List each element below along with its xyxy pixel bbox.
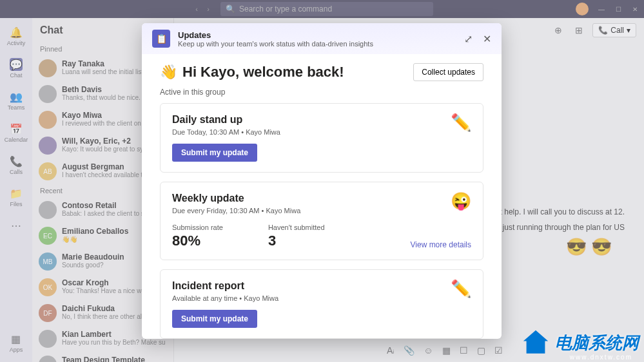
card-meta: Due Today, 10:30 AM • Kayo Miwa — [172, 128, 471, 136]
chat-name: Emiliano Ceballos — [62, 227, 128, 236]
chat-preview: Thanks, that would be nice. — [62, 94, 141, 101]
modal-subtitle: Keep up with your team's work status wit… — [178, 40, 456, 48]
reaction-emoji: 😎 😎 — [566, 237, 612, 257]
avatar: MB — [39, 252, 57, 271]
rail-item-chat[interactable]: 💬Chat — [10, 58, 23, 79]
nav-forward-icon[interactable]: › — [204, 5, 213, 14]
compose-toolbar: Aᵢ 📎 ☺ ▦ ☐ ▢ ☑ — [387, 345, 503, 356]
chat-preview: 👋👋 — [62, 236, 128, 243]
card-title: Incident report — [172, 280, 471, 292]
chat-icon: 💬 — [10, 58, 23, 71]
calendar-icon: 📅 — [10, 122, 23, 135]
message-text: m just running through the plan for US — [494, 223, 625, 232]
expand-icon[interactable]: ⤢ — [464, 33, 473, 45]
close-icon[interactable]: ✕ — [483, 33, 491, 45]
card-title: Weekly update — [172, 193, 471, 204]
search-input[interactable]: 🔍 Search or type a command — [220, 2, 433, 16]
gif-icon[interactable]: ▦ — [442, 345, 451, 356]
tab-icon[interactable]: ⊕ — [551, 23, 565, 37]
more-icon[interactable]: ☑ — [494, 345, 503, 356]
nav-back-icon[interactable]: ‹ — [192, 5, 201, 14]
app-rail: 🔔Activity💬Chat👥Teams📅Calendar📞Calls📁File… — [0, 18, 32, 362]
message-text: reat help. I will call you to discuss at… — [489, 207, 625, 216]
minimize-icon[interactable]: — — [598, 5, 605, 13]
view-more-link[interactable]: View more details — [411, 240, 472, 249]
user-avatar[interactable] — [576, 3, 589, 15]
watermark-url: www.dnxtw.com — [570, 354, 632, 361]
modal-title: Updates — [178, 30, 456, 40]
stat-value: 80% — [172, 233, 223, 249]
card-incident-report: ✏️ Incident report Available at any time… — [160, 269, 483, 339]
avatar — [39, 330, 57, 348]
stat-label: Submission rate — [172, 224, 223, 231]
chat-name: Team Design Template — [62, 356, 166, 362]
avatar — [39, 356, 57, 362]
avatar — [39, 137, 57, 155]
rail-item-more[interactable]: ⋯ — [10, 219, 23, 232]
teams-icon: 👥 — [10, 90, 23, 103]
card-meta: Due every Friday, 10:30 AM • Kayo Miwa — [172, 207, 471, 214]
updates-modal: 📋 Updates Keep up with your team's work … — [142, 23, 502, 339]
avatar: OK — [39, 278, 57, 296]
submit-update-button[interactable]: Submit my update — [172, 144, 257, 162]
more-icon: ⋯ — [10, 219, 23, 232]
chat-preview: Sounds good? — [62, 262, 124, 269]
files-icon: 📁 — [10, 187, 23, 200]
chat-list-item[interactable]: Team Design TemplateReta: Let's set up a… — [32, 352, 173, 362]
attach-icon[interactable]: 📎 — [404, 345, 415, 356]
phone-icon: 📞 — [598, 26, 608, 35]
chat-preview: Have you run this by Beth? Make su — [62, 339, 166, 346]
emoji-icon[interactable]: ☺ — [424, 345, 433, 356]
active-label: Active in this group — [160, 88, 483, 97]
rail-item-teams[interactable]: 👥Teams — [8, 90, 25, 111]
wave-icon: 👋 — [160, 64, 177, 81]
avatar — [39, 201, 57, 219]
submit-update-button[interactable]: Submit my update — [172, 310, 257, 328]
avatar: EC — [39, 227, 57, 245]
close-window-icon[interactable]: ✕ — [631, 5, 639, 13]
search-placeholder: Search or type a command — [239, 5, 332, 14]
chat-name: Marie Beaudouin — [62, 252, 124, 262]
activity-icon: 🔔 — [10, 26, 23, 39]
meet-icon[interactable]: ▢ — [477, 345, 485, 356]
search-icon: 🔍 — [226, 5, 235, 14]
rail-item-apps[interactable]: ▦Apps — [10, 332, 23, 353]
apps-icon: ▦ — [10, 332, 23, 345]
format-icon[interactable]: Aᵢ — [387, 345, 395, 356]
stat-label: Haven't submitted — [268, 224, 325, 231]
title-bar: ‹ › 🔍 Search or type a command — ☐ ✕ — [0, 0, 644, 18]
welcome-heading: 👋 Hi Kayo, welcome back! — [160, 64, 344, 81]
updates-app-icon: 📋 — [152, 30, 170, 48]
avatar: DF — [39, 304, 57, 322]
sticker-icon[interactable]: ☐ — [460, 345, 468, 356]
collect-updates-button[interactable]: Collect updates — [413, 63, 483, 81]
maximize-icon[interactable]: ☐ — [614, 5, 622, 13]
rail-item-calendar[interactable]: 📅Calendar — [5, 122, 28, 143]
rail-item-activity[interactable]: 🔔Activity — [7, 26, 26, 46]
pencil-icon: ✏️ — [451, 113, 471, 133]
avatar — [39, 111, 57, 129]
card-weekly-update: 😜 Weekly update Due every Friday, 10:30 … — [160, 182, 483, 260]
avatar: AB — [39, 162, 57, 180]
stat-value: 3 — [268, 233, 325, 249]
rail-item-calls[interactable]: 📞Calls — [10, 155, 23, 175]
house-icon — [520, 327, 551, 358]
card-title: Daily stand up — [172, 114, 471, 126]
calls-icon: 📞 — [10, 155, 23, 167]
card-daily-standup: ✏️ Daily stand up Due Today, 10:30 AM • … — [160, 103, 483, 173]
wink-emoji-icon: 😜 — [451, 191, 471, 211]
chat-name: Beth Davis — [62, 85, 141, 94]
avatar — [39, 59, 57, 77]
avatar — [39, 85, 57, 103]
call-button[interactable]: 📞 Call ▾ — [592, 23, 636, 37]
chevron-down-icon: ▾ — [627, 26, 630, 35]
rail-item-files[interactable]: 📁Files — [10, 187, 23, 207]
pencil-icon: ✏️ — [451, 279, 471, 299]
card-meta: Available at any time • Kayo Miwa — [172, 294, 471, 302]
video-icon[interactable]: ⊞ — [572, 23, 586, 37]
